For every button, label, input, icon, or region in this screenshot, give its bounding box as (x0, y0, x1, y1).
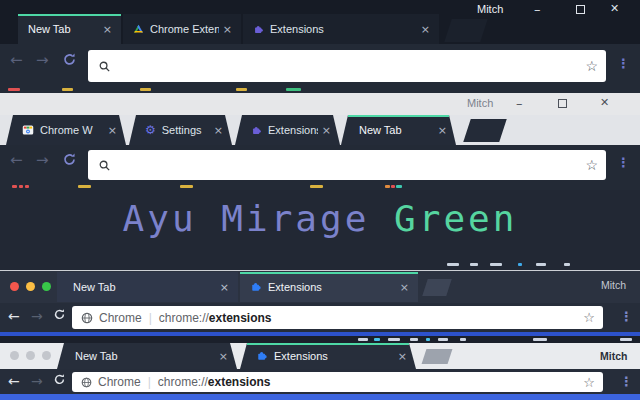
tab-extensions[interactable]: Extensions × (240, 272, 418, 302)
tab-extensions[interactable]: Extensions × (235, 115, 340, 145)
puzzle-icon (253, 24, 264, 35)
forward-icon[interactable]: → (31, 309, 43, 323)
theme-preview-panel: Ayu Mirage Green (0, 190, 640, 270)
tab-label: Extensions (274, 350, 394, 362)
titlebar (0, 93, 640, 115)
url-page: extensions (209, 311, 272, 325)
refresh-icon[interactable] (53, 308, 66, 324)
tab-label: New Tab (359, 124, 434, 136)
active-tab-accent (247, 343, 409, 345)
tab-new-tab[interactable]: New Tab × (57, 343, 237, 369)
traffic-minimize-icon[interactable] (26, 351, 35, 360)
tab-label: Chrome Extension (150, 23, 219, 35)
menu-icon[interactable]: ⋮ (617, 56, 630, 71)
url-page: extensions (208, 375, 271, 389)
browser-window-second: Mitch – ✕ Chrome W × ⚙ Settings × Extens… (0, 93, 640, 190)
tab-label: New Tab (73, 281, 216, 293)
tab-new-tab[interactable]: New Tab × (57, 272, 238, 302)
page-info-icon (81, 377, 92, 388)
bookmark-star-icon[interactable]: ☆ (583, 310, 603, 325)
search-icon (98, 60, 111, 73)
new-tab-button[interactable] (444, 19, 487, 42)
maximize-icon[interactable] (558, 99, 567, 108)
url-scheme: chrome:// (158, 375, 208, 389)
tab-label: Settings (162, 124, 210, 136)
back-icon[interactable]: ← (8, 374, 20, 388)
omnibox[interactable]: ☆ (88, 150, 606, 180)
tab-close-icon[interactable]: × (219, 23, 241, 36)
close-icon[interactable]: ✕ (610, 3, 619, 14)
tab-chrome-web-store[interactable]: Chrome W × (6, 115, 126, 145)
tab-close-icon[interactable]: × (215, 350, 237, 363)
puzzle-icon (250, 281, 262, 293)
active-tab-accent (348, 115, 449, 117)
tab-close-icon[interactable]: × (216, 281, 238, 294)
tab-close-icon[interactable]: × (99, 23, 121, 36)
omnibox[interactable]: Chrome | chrome:// extensions ☆ (72, 372, 603, 392)
bookmark-star-icon[interactable]: ☆ (585, 157, 606, 173)
tab-close-icon[interactable]: × (396, 281, 418, 294)
tab-label: Extensions (270, 23, 417, 35)
back-icon[interactable]: ← (10, 53, 23, 68)
bookmark-star-icon[interactable]: ☆ (585, 58, 606, 74)
tab-chrome-extension[interactable]: Chrome Extension × (123, 14, 241, 44)
tab-settings[interactable]: ⚙ Settings × (129, 115, 232, 145)
active-tab-accent (18, 14, 121, 16)
url-separator: | (149, 311, 152, 325)
profile-name[interactable]: Mitch (467, 97, 493, 109)
omnibox[interactable]: Chrome | chrome:// extensions ☆ (72, 306, 603, 329)
new-tab-button[interactable] (463, 119, 506, 142)
google-drive-icon (133, 24, 144, 35)
forward-icon[interactable]: → (36, 53, 49, 68)
theme-title-green: Green (394, 198, 517, 239)
maximize-icon[interactable] (576, 5, 585, 14)
browser-window-mac: New Tab × Extensions × Mitch ← → Chrome … (0, 270, 640, 336)
puzzle-icon (256, 350, 268, 362)
minimize-icon[interactable]: – (534, 3, 541, 16)
tab-close-icon[interactable]: × (394, 350, 416, 363)
tab-close-icon[interactable]: × (417, 23, 439, 36)
theme-title-purple: Ayu Mirage (123, 198, 370, 239)
tab-label: Chrome W (40, 124, 104, 136)
blue-divider (0, 394, 640, 400)
site-label: Chrome (98, 375, 141, 389)
traffic-zoom-icon[interactable] (42, 282, 51, 291)
traffic-zoom-icon[interactable] (42, 351, 51, 360)
menu-icon[interactable]: ⋮ (617, 155, 630, 170)
traffic-close-icon[interactable] (10, 351, 19, 360)
site-label: Chrome (99, 311, 142, 325)
tab-new-tab[interactable]: New Tab × (341, 115, 456, 145)
traffic-minimize-icon[interactable] (26, 282, 35, 291)
search-icon (98, 159, 111, 172)
puzzle-icon (251, 125, 262, 136)
forward-icon[interactable]: → (31, 374, 43, 388)
refresh-icon[interactable] (62, 152, 77, 170)
bookmark-star-icon[interactable]: ☆ (583, 375, 603, 390)
minimize-icon[interactable]: – (516, 97, 523, 110)
tab-new-tab[interactable]: New Tab × (18, 14, 121, 44)
forward-icon[interactable]: → (36, 153, 49, 168)
gear-icon: ⚙ (145, 124, 156, 136)
browser-window-bottom: New Tab × Extensions × Mitch ← → Chrome … (0, 343, 640, 400)
active-tab-accent (240, 272, 418, 274)
profile-name[interactable]: Mitch (600, 350, 627, 362)
menu-icon[interactable]: ⋮ (620, 374, 633, 389)
page-info-icon (81, 312, 93, 324)
profile-name[interactable]: Mitch (477, 3, 503, 15)
refresh-icon[interactable] (62, 52, 77, 70)
profile-name[interactable]: Mitch (601, 279, 626, 291)
refresh-icon[interactable] (53, 373, 66, 389)
tab-extensions[interactable]: Extensions × (240, 343, 416, 369)
back-icon[interactable]: ← (8, 309, 20, 323)
omnibox[interactable]: ☆ (88, 50, 606, 82)
close-icon[interactable]: ✕ (600, 97, 609, 108)
traffic-close-icon[interactable] (10, 282, 19, 291)
new-tab-button[interactable] (422, 349, 453, 364)
tab-label: Extensions (268, 281, 396, 293)
browser-window-top: Mitch – ✕ New Tab × Chrome Extension × E… (0, 0, 640, 93)
new-tab-button[interactable] (422, 279, 452, 296)
chrome-web-store-icon (22, 124, 34, 136)
back-icon[interactable]: ← (10, 153, 23, 168)
tab-extensions[interactable]: Extensions × (243, 14, 439, 44)
menu-icon[interactable]: ⋮ (620, 309, 633, 324)
